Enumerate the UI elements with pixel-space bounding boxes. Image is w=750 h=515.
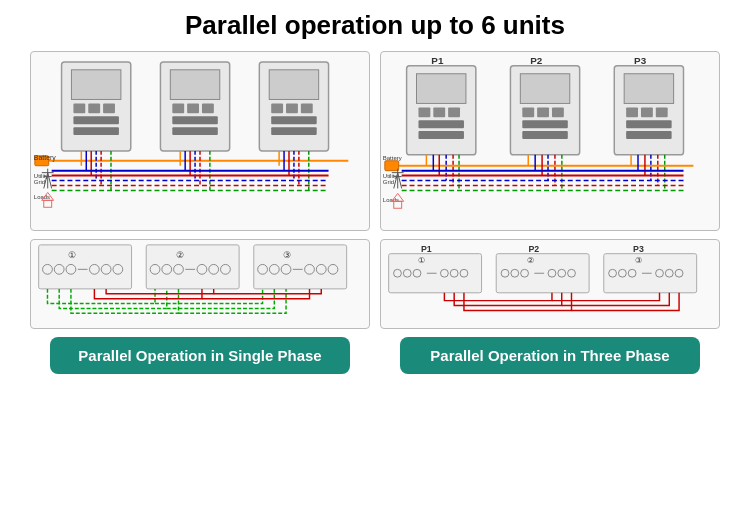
svg-text:①: ①	[68, 250, 76, 260]
svg-rect-3	[88, 103, 100, 113]
svg-text:Grid: Grid	[383, 180, 394, 186]
single-phase-top-svg: Battery	[31, 52, 369, 230]
svg-rect-89	[418, 107, 430, 117]
svg-rect-105	[656, 107, 668, 117]
svg-text:Grid: Grid	[34, 180, 45, 186]
page-title: Parallel operation up to 6 units	[20, 10, 730, 41]
svg-text:P3: P3	[634, 55, 647, 66]
svg-text:Battery: Battery	[383, 155, 402, 161]
svg-rect-100	[522, 131, 567, 139]
svg-rect-95	[520, 74, 569, 104]
svg-text:Utility: Utility	[383, 173, 398, 179]
svg-rect-104	[641, 107, 653, 117]
svg-text:P1: P1	[431, 55, 444, 66]
svg-rect-91	[448, 107, 460, 117]
svg-text:P3: P3	[633, 244, 644, 254]
svg-rect-5	[73, 116, 118, 124]
svg-rect-93	[418, 131, 463, 139]
svg-rect-18	[301, 103, 313, 113]
single-phase-label: Parallel Operation in Single Phase	[50, 337, 350, 374]
svg-rect-16	[271, 103, 283, 113]
svg-text:Loads: Loads	[383, 197, 399, 203]
svg-text:②: ②	[528, 256, 535, 265]
svg-line-140	[398, 173, 402, 189]
svg-rect-1	[71, 70, 120, 100]
svg-text:③: ③	[635, 256, 642, 265]
svg-rect-19	[271, 116, 316, 124]
svg-rect-109	[385, 161, 399, 171]
svg-text:Battery: Battery	[34, 154, 56, 162]
svg-rect-102	[624, 74, 673, 104]
svg-text:②: ②	[176, 250, 184, 260]
svg-text:P2: P2	[530, 55, 543, 66]
svg-rect-20	[271, 127, 316, 135]
svg-rect-12	[172, 116, 217, 124]
svg-rect-17	[286, 103, 298, 113]
svg-rect-6	[73, 127, 118, 135]
svg-rect-10	[187, 103, 199, 113]
svg-rect-11	[202, 103, 214, 113]
svg-text:P2: P2	[528, 244, 539, 254]
svg-rect-4	[103, 103, 115, 113]
svg-rect-99	[522, 120, 567, 128]
svg-rect-88	[417, 74, 466, 104]
svg-rect-15	[269, 70, 318, 100]
svg-text:①: ①	[418, 256, 425, 265]
three-phase-bottom-diagram: P1 P2 P3 ① ②	[380, 239, 720, 329]
svg-rect-96	[522, 107, 534, 117]
svg-rect-103	[626, 107, 638, 117]
svg-rect-90	[433, 107, 445, 117]
right-column: P1 P2 P3	[380, 51, 720, 374]
single-phase-top-diagram: Battery	[30, 51, 370, 231]
svg-text:P1: P1	[421, 244, 432, 254]
left-column: Battery	[30, 51, 370, 374]
page: Parallel operation up to 6 units	[0, 0, 750, 515]
svg-rect-66	[146, 245, 239, 289]
svg-rect-75	[254, 245, 347, 289]
three-phase-top-diagram: P1 P2 P3	[380, 51, 720, 231]
diagrams-area: Battery	[20, 51, 730, 374]
svg-rect-56	[44, 200, 52, 207]
svg-rect-2	[73, 103, 85, 113]
svg-rect-57	[39, 245, 132, 289]
svg-rect-13	[172, 127, 217, 135]
svg-rect-97	[537, 107, 549, 117]
single-phase-bottom-svg: ① ②	[31, 240, 369, 328]
svg-rect-9	[172, 103, 184, 113]
svg-rect-8	[170, 70, 219, 100]
single-phase-bottom-diagram: ① ②	[30, 239, 370, 329]
svg-rect-107	[626, 131, 671, 139]
three-phase-top-svg: P1 P2 P3	[381, 52, 719, 230]
three-phase-bottom-svg: P1 P2 P3 ① ②	[381, 240, 719, 328]
svg-text:③: ③	[283, 250, 291, 260]
svg-rect-106	[626, 120, 671, 128]
svg-rect-92	[418, 120, 463, 128]
svg-line-53	[48, 173, 52, 189]
three-phase-label: Parallel Operation in Three Phase	[400, 337, 700, 374]
svg-rect-98	[552, 107, 564, 117]
